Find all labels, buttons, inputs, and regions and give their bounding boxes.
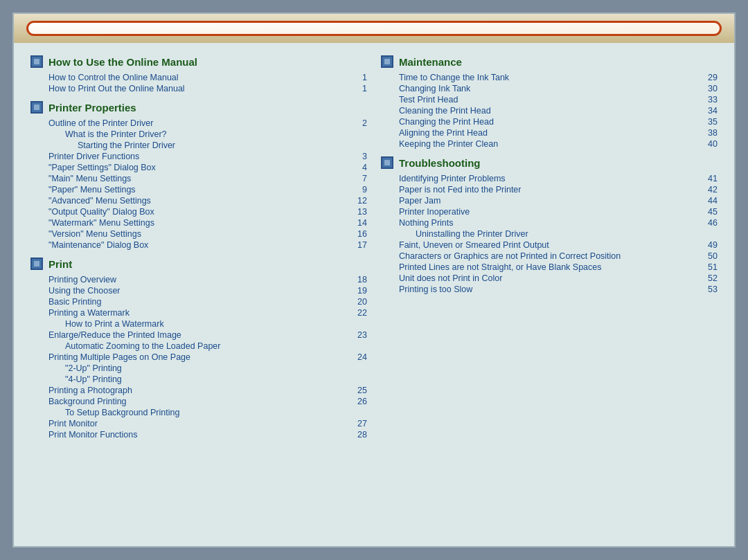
toc-item[interactable]: Background Printing26 — [30, 396, 367, 407]
section-header-troubleshooting[interactable]: Troubleshooting — [381, 156, 718, 169]
toc-page: 27 — [348, 419, 367, 428]
toc-page: 2 — [348, 118, 367, 128]
toc-label: How to Print a Watermark — [65, 319, 367, 329]
toc-page: 18 — [348, 275, 367, 284]
section-icon-how-to-use — [30, 55, 43, 68]
toc-label: Using the Chooser — [48, 286, 348, 296]
title-box — [26, 21, 722, 36]
toc-item[interactable]: Printer Inoperative45 — [381, 206, 718, 217]
toc-item[interactable]: How to Print a Watermark — [30, 318, 367, 329]
toc-item[interactable]: Outline of the Printer Driver2 — [30, 118, 367, 129]
toc-label: "Output Quality" Dialog Box — [48, 207, 348, 217]
toc-item[interactable]: "Paper Settings" Dialog Box4 — [30, 162, 367, 173]
toc-item[interactable]: Printed Lines are not Straight, or Have … — [381, 262, 718, 273]
section-icon-printer-properties — [30, 101, 43, 114]
toc-item[interactable]: Starting the Printer Driver — [30, 140, 367, 151]
toc-item[interactable]: Unit does not Print in Color52 — [381, 273, 718, 284]
toc-item[interactable]: "Watermark" Menu Settings14 — [30, 217, 367, 228]
toc-item[interactable]: Paper is not Fed into the Printer42 — [381, 184, 718, 195]
toc-label: Starting the Printer Driver — [78, 141, 367, 150]
toc-page: 26 — [348, 397, 367, 406]
toc-item[interactable]: Keeping the Printer Clean40 — [381, 138, 718, 150]
toc-label: Test Print Head — [399, 95, 698, 105]
toc-page: 28 — [348, 430, 367, 440]
toc-label: Printer Driver Functions — [48, 152, 348, 161]
toc-item[interactable]: "Main" Menu Settings7 — [30, 173, 367, 184]
toc-item[interactable]: Characters or Graphics are not Printed i… — [381, 251, 718, 262]
section-how-to-use: How to Use the Online ManualHow to Contr… — [30, 55, 367, 94]
toc-item[interactable]: Identifying Printer Problems41 — [381, 173, 718, 184]
toc-item[interactable]: "Advanced" Menu Settings12 — [30, 195, 367, 206]
toc-item[interactable]: "Maintenance" Dialog Box17 — [30, 240, 367, 251]
toc-item[interactable]: Uninstalling the Printer Driver — [381, 228, 718, 240]
toc-item[interactable]: Printing a Photograph25 — [30, 385, 367, 396]
section-header-maintenance[interactable]: Maintenance — [381, 55, 718, 68]
toc-item[interactable]: Enlarge/Reduce the Printed Image23 — [30, 329, 367, 341]
section-header-print[interactable]: Print — [30, 258, 367, 270]
toc-item[interactable]: Print Monitor Functions28 — [30, 429, 367, 440]
toc-page: 49 — [698, 240, 718, 250]
toc-item[interactable]: Changing the Print Head35 — [381, 116, 718, 127]
toc-item[interactable]: Changing Ink Tank30 — [381, 83, 718, 94]
toc-item[interactable]: "Version" Menu Settings16 — [30, 228, 367, 240]
toc-page: 9 — [348, 185, 367, 195]
toc-item[interactable]: How to Print Out the Online Manual1 — [30, 83, 367, 94]
toc-item[interactable]: "Paper" Menu Settings9 — [30, 184, 367, 195]
toc-item[interactable]: Using the Chooser19 — [30, 285, 367, 296]
toc-label: How to Control the Online Manual — [48, 73, 348, 82]
toc-page: 41 — [698, 174, 718, 183]
toc-label: Time to Change the Ink Tank — [399, 73, 698, 82]
toc-item[interactable]: Test Print Head33 — [381, 94, 718, 105]
toc-item[interactable]: Printing is too Slow53 — [381, 284, 718, 295]
toc-page: 19 — [348, 286, 367, 296]
toc-page: 3 — [348, 152, 367, 161]
toc-label: What is the Printer Driver? — [65, 129, 367, 139]
toc-item[interactable]: Time to Change the Ink Tank29 — [381, 72, 718, 83]
section-troubleshooting: TroubleshootingIdentifying Printer Probl… — [381, 156, 718, 295]
toc-page: 30 — [698, 84, 718, 93]
toc-item[interactable]: Printing Multiple Pages on One Page24 — [30, 352, 367, 363]
toc-page: 1 — [348, 73, 367, 82]
toc-label: Nothing Prints — [399, 218, 698, 228]
toc-item[interactable]: Cleaning the Print Head34 — [381, 105, 718, 116]
toc-page: 13 — [348, 207, 367, 217]
section-icon-troubleshooting — [381, 156, 393, 169]
left-column: How to Use the Online ManualHow to Contr… — [30, 55, 367, 507]
toc-item[interactable]: "4-Up" Printing — [30, 374, 367, 385]
section-title-print[interactable]: Print — [48, 258, 72, 270]
toc-page: 24 — [348, 352, 367, 362]
toc-label: Identifying Printer Problems — [399, 174, 698, 183]
toc-item[interactable]: To Setup Background Printing — [30, 407, 367, 418]
toc-item[interactable]: Print Monitor27 — [30, 418, 367, 429]
toc-label: Outline of the Printer Driver — [48, 118, 348, 128]
toc-label: Printing a Photograph — [48, 386, 348, 395]
toc-item[interactable]: What is the Printer Driver? — [30, 129, 367, 140]
toc-page: 46 — [698, 218, 718, 228]
toc-page: 20 — [348, 297, 367, 307]
section-title-how-to-use[interactable]: How to Use the Online Manual — [48, 56, 197, 68]
toc-label: Printing Multiple Pages on One Page — [48, 352, 348, 362]
section-printer-properties: Printer PropertiesOutline of the Printer… — [30, 101, 367, 251]
toc-label: Printer Inoperative — [399, 207, 698, 217]
toc-item[interactable]: Paper Jam44 — [381, 195, 718, 206]
toc-item[interactable]: Aligning the Print Head38 — [381, 127, 718, 138]
toc-item[interactable]: Automatic Zooming to the Loaded Paper — [30, 341, 367, 352]
toc-label: "Version" Menu Settings — [48, 229, 348, 239]
section-title-printer-properties[interactable]: Printer Properties — [48, 102, 136, 114]
toc-item[interactable]: Printing a Watermark22 — [30, 307, 367, 318]
toc-item[interactable]: Basic Printing20 — [30, 296, 367, 307]
section-title-maintenance[interactable]: Maintenance — [399, 56, 462, 68]
section-print: PrintPrinting Overview18Using the Choose… — [30, 258, 367, 440]
section-title-troubleshooting[interactable]: Troubleshooting — [399, 157, 481, 169]
toc-item[interactable]: Printing Overview18 — [30, 274, 367, 285]
toc-label: "4-Up" Printing — [65, 374, 367, 384]
toc-item[interactable]: How to Control the Online Manual1 — [30, 72, 367, 83]
toc-item[interactable]: "Output Quality" Dialog Box13 — [30, 206, 367, 217]
toc-item[interactable]: "2-Up" Printing — [30, 363, 367, 374]
section-header-how-to-use[interactable]: How to Use the Online Manual — [30, 55, 367, 68]
toc-label: How to Print Out the Online Manual — [48, 84, 348, 93]
toc-item[interactable]: Printer Driver Functions3 — [30, 151, 367, 162]
toc-item[interactable]: Nothing Prints46 — [381, 217, 718, 228]
section-header-printer-properties[interactable]: Printer Properties — [30, 101, 367, 114]
toc-item[interactable]: Faint, Uneven or Smeared Print Output49 — [381, 240, 718, 251]
